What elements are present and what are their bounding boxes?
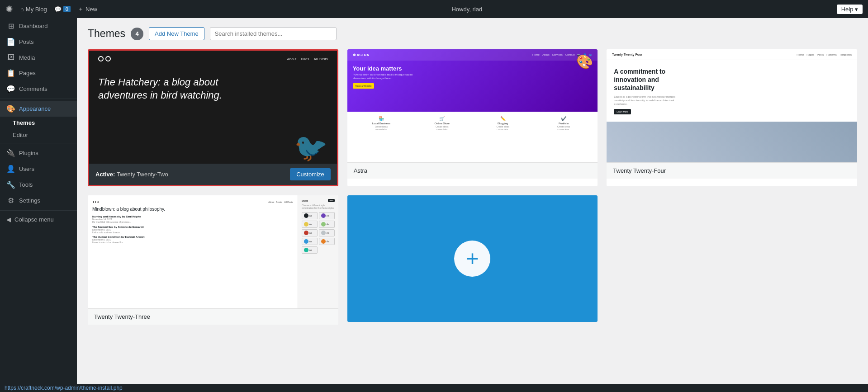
comment-icon: 💬 xyxy=(54,6,62,13)
astra-illustration: 🎨 xyxy=(576,54,593,70)
sidebar-item-media[interactable]: 🖼 Media xyxy=(0,50,77,65)
tt3-swatch-7: Aa xyxy=(302,238,318,245)
sidebar-item-dashboard[interactable]: ⊞ Dashboard xyxy=(0,18,77,34)
tools-icon: 🔧 xyxy=(6,180,15,189)
sidebar-item-settings[interactable]: ⚙ Settings xyxy=(0,193,77,208)
plus-icon: ＋ xyxy=(78,5,84,13)
sidebar-item-comments[interactable]: 💬 Comments xyxy=(0,81,77,97)
posts-icon: 📄 xyxy=(6,38,15,46)
comments-sidebar-icon: 💬 xyxy=(6,85,15,93)
page-title: Themes xyxy=(88,28,125,40)
search-themes-input[interactable] xyxy=(210,27,337,40)
theme-count-badge: 4 xyxy=(131,28,143,40)
tt3-post-1: Naming and Necessity by Saul Kripke Nove… xyxy=(92,215,293,224)
tt3-theme-name: Twenty Twenty-Three xyxy=(94,313,150,320)
online-store-icon: 🛒 xyxy=(431,116,453,121)
tt2-logo-circle-1 xyxy=(98,56,104,61)
collapse-icon: ◀ xyxy=(6,216,11,223)
tt2-logo-circle-2 xyxy=(105,56,111,61)
theme-preview-tt4: Twenty Twenty Four Home Pages Posts Patt… xyxy=(607,49,857,162)
tt4-heading: A commitment to innovation and sustainab… xyxy=(614,67,695,92)
theme-card-tt3[interactable]: TT3 About Books All Posts Mindblown: a b… xyxy=(88,195,338,325)
user-menu[interactable]: Howdy, riad xyxy=(451,6,482,13)
astra-feature-blogging: ✏️ Blogging Create ideas consectetur. xyxy=(492,116,514,131)
tt3-swatch-2: Aa xyxy=(319,212,335,219)
astra-cta-button: Make a Website xyxy=(353,83,375,89)
comment-count: 0 xyxy=(63,6,71,12)
tt2-nav: About Birds All Posts xyxy=(89,51,337,67)
customize-button[interactable]: Customize xyxy=(290,168,330,180)
tt3-right-panel: Styles New Choose a different style comb… xyxy=(298,195,338,308)
astra-theme-name: Astra xyxy=(354,167,367,174)
add-new-theme-card[interactable]: + xyxy=(347,195,598,322)
theme-footer-tt2: Active: Twenty Twenty-Two Customize xyxy=(89,164,337,185)
sidebar-sub-editor[interactable]: Editor xyxy=(0,129,77,141)
tt3-swatch-8: Aa xyxy=(319,238,335,245)
tt3-nav-links: About Books All Posts xyxy=(268,201,293,203)
theme-preview-tt3: TT3 About Books All Posts Mindblown: a b… xyxy=(88,195,338,308)
theme-card-tt4[interactable]: Twenty Twenty Four Home Pages Posts Patt… xyxy=(607,49,857,186)
add-new-theme-button[interactable]: Add New Theme xyxy=(149,27,204,40)
settings-icon: ⚙ xyxy=(6,196,15,205)
theme-preview-tt2: About Birds All Posts The Hatchery: a bl… xyxy=(89,51,337,164)
tt4-content: A commitment to innovation and sustainab… xyxy=(607,60,857,122)
theme-card-astra[interactable]: ⊕ ASTRA Home About Services Contact 📷 📘 … xyxy=(347,49,598,186)
astra-feature-local: 🏪 Local Business Create ideas consectetu… xyxy=(370,116,393,131)
tt4-theme-name: Twenty Twenty-Four xyxy=(613,167,666,174)
theme-card-tt2[interactable]: About Birds All Posts The Hatchery: a bl… xyxy=(88,49,338,186)
sidebar-divider-2 xyxy=(0,143,77,143)
tt2-logo xyxy=(98,56,111,61)
main-content: Themes 4 Add New Theme xyxy=(77,18,868,384)
plus-icon-large: + xyxy=(466,248,479,269)
blogging-icon: ✏️ xyxy=(492,116,514,121)
active-label: Active: Twenty Twenty-Two xyxy=(95,171,168,178)
tt3-swatch-6: Aa xyxy=(319,229,335,236)
sidebar-item-appearance[interactable]: 🎨 Appearance xyxy=(0,101,77,117)
sidebar-divider xyxy=(0,99,77,99)
users-icon: 👤 xyxy=(6,165,15,173)
tt4-logo: Twenty Twenty Four xyxy=(612,53,642,56)
home-icon: ⌂ xyxy=(20,6,24,13)
sidebar-item-users[interactable]: 👤 Users xyxy=(0,161,77,177)
astra-nav: ⊕ ASTRA Home About Services Contact 📷 📘 … xyxy=(347,49,598,61)
astra-hero: Your idea matters Pulvinar enim ac torto… xyxy=(347,61,598,93)
collapse-menu-button[interactable]: ◀ Collapse menu xyxy=(0,213,77,227)
media-icon: 🖼 xyxy=(6,53,15,61)
tt2-nav-link-birds: Birds xyxy=(301,57,309,61)
sidebar-sub-themes[interactable]: Themes xyxy=(0,117,77,129)
help-button[interactable]: Help ▾ xyxy=(837,5,863,14)
comments-link[interactable]: 💬 0 xyxy=(54,6,71,13)
tt4-sub: Études is a pioneering firm that seamles… xyxy=(614,95,686,106)
astra-feature-store: 🛒 Online Store Create ideas consectetur. xyxy=(431,116,453,131)
tt4-image xyxy=(607,122,857,162)
tt3-style-desc: Choose a different style combination for… xyxy=(302,204,335,209)
astra-logo: ⊕ ASTRA xyxy=(353,53,369,57)
theme-footer-tt4: Twenty Twenty-Four xyxy=(607,162,857,179)
tt3-swatch-1: Aa xyxy=(302,212,318,219)
tt3-swatch-3: Aa xyxy=(302,221,318,228)
tt3-post-2: The Second Sex by Simone de Beauvoir Dec… xyxy=(92,226,293,234)
add-theme-icon: + xyxy=(454,241,490,277)
tt3-swatch-5: Aa xyxy=(302,229,318,236)
sidebar-item-posts[interactable]: 📄 Posts xyxy=(0,34,77,50)
sidebar-item-plugins[interactable]: 🔌 Plugins xyxy=(0,145,77,161)
tt2-bird-decoration: 🐦 xyxy=(294,132,328,164)
status-bar: https://craftneck.com/wp-admin/theme-ins… xyxy=(0,384,868,392)
wp-logo[interactable]: ✺ xyxy=(5,4,13,14)
site-link[interactable]: ⌂ My Blog xyxy=(20,6,47,13)
theme-footer-tt3: Twenty Twenty-Three xyxy=(88,308,338,325)
new-menu[interactable]: ＋ New xyxy=(78,5,97,13)
tt3-headline: Mindblown: a blog about philosophy. xyxy=(92,207,293,212)
tt3-style-label: Styles New xyxy=(302,199,335,202)
tt3-swatch-9: Aa xyxy=(302,246,318,254)
sidebar-item-pages[interactable]: 📋 Pages xyxy=(0,65,77,81)
astra-preview-inner: ⊕ ASTRA Home About Services Contact 📷 📘 … xyxy=(347,49,598,162)
tt3-logo: TT3 xyxy=(92,200,99,204)
tt3-preview-inner: TT3 About Books All Posts Mindblown: a b… xyxy=(88,195,338,308)
page-header: Themes 4 Add New Theme xyxy=(88,27,857,40)
tt4-nav: Twenty Twenty Four Home Pages Posts Patt… xyxy=(607,49,857,60)
sidebar: ⊞ Dashboard 📄 Posts 🖼 Media 📋 Pages 💬 Co… xyxy=(0,18,77,384)
tt3-post-3: The Human Condition by Hannah Arendt Dec… xyxy=(92,236,293,244)
sidebar-item-tools[interactable]: 🔧 Tools xyxy=(0,177,77,193)
astra-headline: Your idea matters xyxy=(353,65,593,72)
